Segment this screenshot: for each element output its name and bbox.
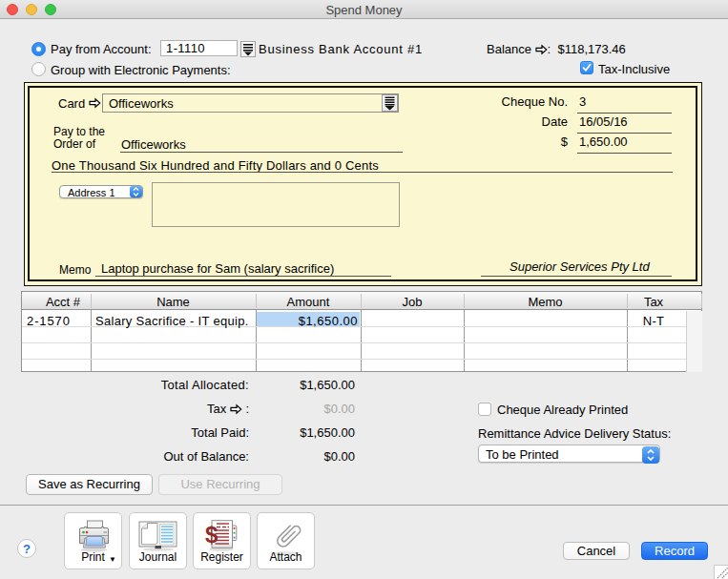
svg-text:$: $ (205, 522, 218, 548)
